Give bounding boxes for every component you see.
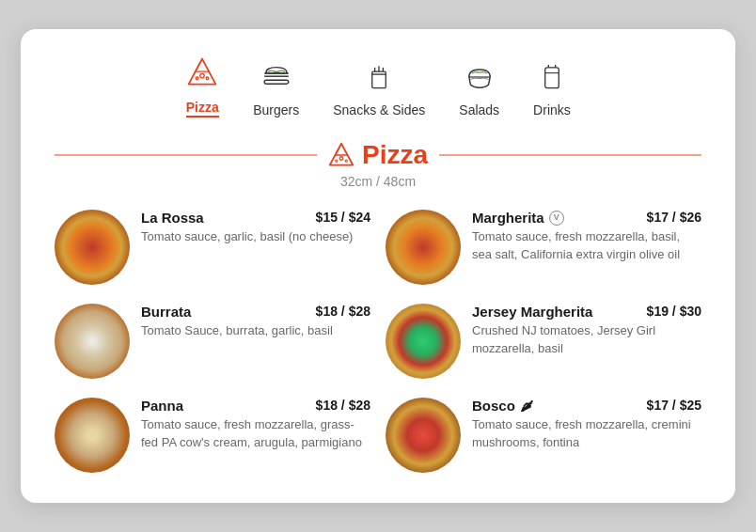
- item-name-row-margherita: Margherita V $17 / $26: [472, 210, 701, 226]
- svg-point-2: [206, 77, 209, 80]
- item-info-panna: Panna $18 / $28 Tomato sauce, fresh mozz…: [141, 398, 370, 452]
- salads-icon: [465, 62, 495, 97]
- nav-label-drinks: Drinks: [533, 102, 571, 117]
- svg-point-16: [345, 160, 347, 162]
- item-desc-la-rossa: Tomato sauce, garlic, basil (no cheese): [141, 228, 370, 246]
- item-name-la-rossa: La Rossa: [141, 210, 204, 226]
- vegetarian-badge: V: [549, 211, 564, 226]
- pizza-image-bosco: [386, 398, 461, 473]
- nav-label-pizza: Pizza: [186, 100, 219, 117]
- menu-grid: La Rossa $15 / $24 Tomato sauce, garlic,…: [55, 210, 701, 473]
- section-title: Pizza: [362, 140, 428, 170]
- nav-item-snacks[interactable]: Snacks & Sides: [329, 62, 429, 117]
- pizza-image-jersey-margherita: [386, 304, 461, 379]
- item-desc-margherita: Tomato sauce, fresh mozzarella, basil, s…: [472, 228, 701, 264]
- item-desc-burrata: Tomato Sauce, burrata, garlic, basil: [141, 322, 370, 340]
- menu-item-burrata: Burrata $18 / $28 Tomato Sauce, burrata,…: [55, 304, 370, 379]
- item-info-la-rossa: La Rossa $15 / $24 Tomato sauce, garlic,…: [141, 210, 370, 246]
- svg-point-0: [200, 73, 205, 78]
- svg-rect-10: [545, 68, 559, 88]
- item-desc-jersey-margherita: Crushed NJ tomatoes, Jersey Girl mozzare…: [472, 322, 701, 358]
- pizza-image-margherita: [386, 210, 461, 285]
- item-name-burrata: Burrata: [141, 304, 191, 320]
- svg-rect-3: [264, 80, 289, 84]
- item-desc-panna: Tomato sauce, fresh mozzarella, grass-fe…: [141, 416, 370, 452]
- pizza-image-panna: [55, 398, 130, 473]
- nav-item-salads[interactable]: Salads: [455, 62, 503, 117]
- nav-item-pizza[interactable]: Pizza: [181, 55, 223, 117]
- burger-icon: [261, 62, 291, 97]
- section-subtitle: 32cm / 48cm: [55, 174, 701, 189]
- nav-label-salads: Salads: [459, 102, 499, 117]
- menu-item-jersey-margherita: Jersey Margherita $19 / $30 Crushed NJ t…: [386, 304, 701, 379]
- item-name-row-bosco: Bosco 🌶 $17 / $25: [472, 398, 701, 414]
- item-name-jersey-margherita: Jersey Margherita: [472, 304, 592, 320]
- drinks-icon: [537, 62, 567, 97]
- menu-card: Pizza Burgers: [21, 29, 735, 503]
- item-info-burrata: Burrata $18 / $28 Tomato Sauce, burrata,…: [141, 304, 370, 340]
- item-name-bosco: Bosco 🌶: [472, 398, 533, 414]
- item-info-margherita: Margherita V $17 / $26 Tomato sauce, fre…: [472, 210, 701, 264]
- item-name-row-panna: Panna $18 / $28: [141, 398, 370, 414]
- item-desc-bosco: Tomato sauce, fresh mozzarella, cremini …: [472, 416, 701, 452]
- item-name-margherita: Margherita V: [472, 210, 564, 226]
- item-price-la-rossa: $15 / $24: [316, 210, 370, 225]
- item-name-panna: Panna: [141, 398, 183, 414]
- svg-point-14: [339, 157, 343, 161]
- menu-item-bosco: Bosco 🌶 $17 / $25 Tomato sauce, fresh mo…: [386, 398, 701, 473]
- svg-point-1: [196, 77, 198, 80]
- item-price-panna: $18 / $28: [316, 398, 370, 413]
- item-info-bosco: Bosco 🌶 $17 / $25 Tomato sauce, fresh mo…: [472, 398, 701, 452]
- item-name-row-la-rossa: La Rossa $15 / $24: [141, 210, 370, 226]
- snacks-icon: [364, 62, 394, 97]
- item-name-row-burrata: Burrata $18 / $28: [141, 304, 370, 320]
- spicy-icon: 🌶: [520, 399, 533, 414]
- section-line-left: [55, 154, 317, 156]
- nav-label-burgers: Burgers: [253, 102, 299, 117]
- category-nav: Pizza Burgers: [55, 55, 701, 117]
- menu-item-panna: Panna $18 / $28 Tomato sauce, fresh mozz…: [55, 398, 370, 473]
- pizza-image-la-rossa: [55, 210, 130, 285]
- nav-label-snacks: Snacks & Sides: [333, 102, 425, 117]
- pizza-image-burrata: [55, 304, 130, 379]
- svg-point-15: [336, 160, 338, 162]
- section-pizza-icon: [328, 142, 354, 168]
- item-price-jersey-margherita: $19 / $30: [647, 304, 701, 319]
- menu-item-la-rossa: La Rossa $15 / $24 Tomato sauce, garlic,…: [55, 210, 370, 285]
- item-price-burrata: $18 / $28: [316, 304, 370, 319]
- item-name-row-jersey-margherita: Jersey Margherita $19 / $30: [472, 304, 701, 320]
- section-title-wrap: Pizza: [328, 140, 428, 170]
- section-line-right: [439, 154, 701, 156]
- pizza-icon: [185, 55, 219, 94]
- nav-item-drinks[interactable]: Drinks: [529, 62, 575, 117]
- menu-item-margherita: Margherita V $17 / $26 Tomato sauce, fre…: [386, 210, 701, 285]
- section-header: Pizza: [55, 140, 701, 170]
- nav-item-burgers[interactable]: Burgers: [249, 62, 303, 117]
- item-info-jersey-margherita: Jersey Margherita $19 / $30 Crushed NJ t…: [472, 304, 701, 358]
- item-price-margherita: $17 / $26: [647, 210, 701, 225]
- item-price-bosco: $17 / $25: [647, 398, 701, 413]
